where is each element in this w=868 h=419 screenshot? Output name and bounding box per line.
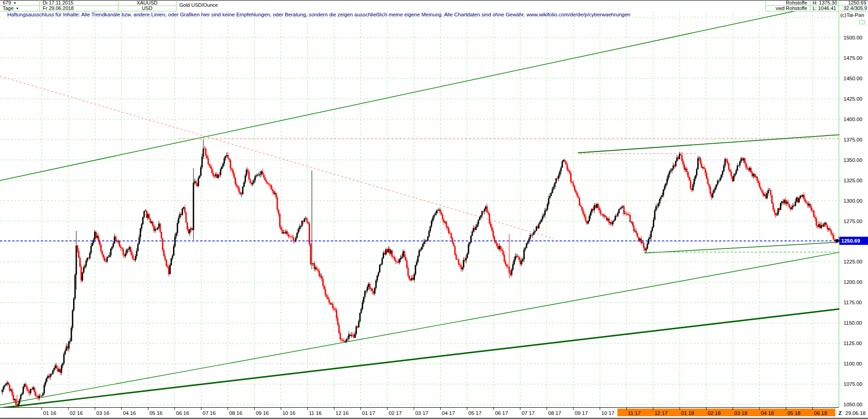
candle-body (627, 214, 628, 214)
candle-body (183, 207, 184, 209)
candle-body (462, 268, 463, 269)
candle-body (684, 165, 685, 170)
candle-body (555, 179, 557, 183)
candle-body (123, 254, 125, 256)
candle-body (750, 168, 752, 172)
candle-body (384, 253, 385, 255)
candle-body (51, 374, 52, 375)
trend-line-downtrend-pink[interactable] (0, 76, 554, 239)
candle-body (210, 166, 212, 169)
candle-body (330, 302, 331, 304)
candle-body (163, 250, 164, 256)
chart-plot-area[interactable]: 01 1602 1603 1604 1605 1606 1607 1608 16… (0, 0, 868, 419)
candle-body (790, 207, 791, 209)
candle-body (565, 161, 567, 164)
candle-body (54, 368, 55, 370)
candle-body (336, 310, 337, 318)
period-dropdown[interactable]: Tage ▼ (3, 5, 38, 11)
candle-body (612, 221, 613, 224)
candle-body (133, 259, 135, 260)
trend-line-support-thick[interactable] (0, 306, 868, 408)
candle-body (437, 210, 439, 211)
candle-body (114, 237, 115, 244)
candle-body (696, 169, 697, 175)
candle-body (642, 243, 643, 243)
candle-body (404, 251, 405, 257)
candle-body (278, 210, 279, 214)
candle-body (222, 164, 224, 167)
trend-line-support-thin[interactable] (0, 252, 840, 405)
candle-body (549, 196, 551, 198)
candle-body (818, 224, 819, 227)
candle-body (11, 390, 13, 395)
candle-body (73, 298, 74, 310)
candle-body (622, 206, 623, 207)
candle-body (286, 231, 288, 234)
trend-line-tops-trendline[interactable] (578, 135, 840, 153)
candle-body (629, 215, 631, 222)
candle-body (454, 246, 456, 255)
candle-body (617, 213, 618, 216)
candle-body (311, 264, 312, 264)
candle-body (689, 177, 690, 180)
x-axis-label: 04 18 (761, 410, 774, 416)
candle-body (355, 326, 357, 334)
candle-body (154, 229, 156, 231)
candle-body (715, 187, 716, 190)
candle-body (493, 231, 494, 237)
candle-body (489, 214, 490, 224)
candle-body (162, 239, 163, 250)
candle-body (651, 227, 653, 231)
instrument-title: Gold USD/Ounce (179, 0, 316, 10)
candle-body (485, 206, 487, 209)
candle-body (47, 376, 49, 378)
candle-body (581, 207, 582, 210)
candle-body (496, 243, 498, 246)
candle-body (563, 160, 564, 161)
candle-body (245, 175, 246, 182)
candle-body (602, 214, 604, 216)
candle-body (215, 174, 217, 176)
candle-body (54, 365, 56, 368)
x-axis-label: 03 18 (734, 410, 747, 416)
candle-body (600, 210, 601, 214)
trend-line-lows-trendline[interactable] (645, 242, 840, 253)
candle-body (5, 384, 7, 385)
candle-body (126, 249, 128, 253)
candle-body (603, 216, 605, 216)
candle-body (763, 193, 764, 196)
candle-body (708, 185, 710, 187)
candle-body (749, 168, 750, 170)
candle-body (786, 202, 788, 204)
candle-body (151, 222, 152, 223)
candle-body (217, 175, 219, 178)
candle-body (230, 160, 231, 168)
candle-body (94, 232, 95, 240)
x-axis-label: 06 16 (176, 410, 189, 416)
candle-body (176, 233, 177, 237)
candle-body (747, 168, 748, 169)
candle-body (811, 207, 812, 210)
candle-body (414, 274, 415, 280)
candle-body (145, 211, 146, 211)
candle-body (228, 158, 230, 160)
candle-body (316, 268, 317, 270)
bars-count-dropdown[interactable]: 679 ▼ (3, 0, 38, 5)
candle-body (663, 190, 664, 195)
candle-body (240, 192, 241, 194)
candle-body (121, 248, 123, 248)
candle-body (76, 245, 77, 275)
candle-body (721, 175, 722, 178)
candle-body (123, 248, 124, 254)
candle-body (359, 313, 360, 322)
trend-line-channel-top-long[interactable] (0, 0, 868, 180)
candle-body (806, 202, 807, 203)
candle-body (710, 187, 711, 194)
candle-body (682, 161, 684, 165)
candle-body (628, 214, 630, 215)
candle-body (744, 158, 745, 163)
chart-corner-icon[interactable] (859, 20, 865, 24)
candle-body (109, 255, 110, 257)
candle-body (431, 221, 432, 226)
candle-body (312, 263, 314, 263)
